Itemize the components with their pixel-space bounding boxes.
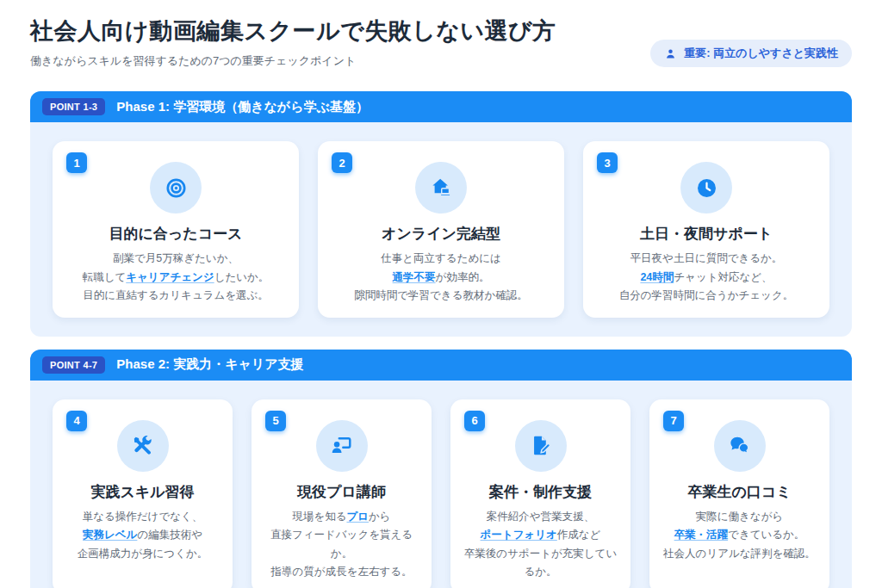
text-segment: 平日夜や土日に質問できるか。 [630,252,783,264]
text-segment: 現場を知る [292,511,346,523]
page-subtitle: 働きながらスキルを習得するための7つの重要チェックポイント [30,53,556,69]
point-range-badge: POINT 1-3 [42,98,105,115]
header-text-block: 社会人向け動画編集スクールで失敗しない選び方 働きながらスキルを習得するための7… [30,15,556,69]
text-segment: 自分の学習時間に合うかチェック。 [619,289,793,301]
text-segment: 実際に働きながら [696,511,783,523]
checkpoint-number-badge: 3 [597,152,618,173]
importance-badge: 重要: 両立のしやすさと実践性 [650,40,852,67]
checkpoint-description: 単なる操作だけでなく、実務レベルの編集技術や企画構成力が身につくか。 [61,508,224,564]
checkpoint-card: 3 土日・夜間サポート 平日夜や土日に質問できるか。24時間チャット対応など、自… [583,141,829,318]
inline-link[interactable]: 通学不要 [393,271,436,283]
checkpoint-title: オンライン完結型 [326,224,556,244]
inline-link[interactable]: プロ [346,511,369,523]
checkpoint-card: 1 目的に合ったコース 副業で月5万稼ぎたいか、転職してキャリアチェンジしたいか… [53,141,299,318]
phase-header-bar: POINT 1-3 Phase 1: 学習環境（働きながら学ぶ基盤） [30,91,852,122]
text-segment: 企画構成力が身につくか。 [78,548,208,560]
text-segment: 作成など [557,529,601,541]
checkpoint-title: 目的に合ったコース [61,224,290,244]
checkpoint-number-badge: 5 [265,411,286,431]
checkpoint-number-badge: 1 [66,152,87,173]
inline-link[interactable]: 実務レベル [83,529,137,541]
text-segment: 卒業後のサポートが充実しているか。 [464,548,617,579]
phase-sections-container: POINT 1-3 Phase 1: 学習環境（働きながら学ぶ基盤） 1 目的に… [30,91,852,588]
text-segment: チャット対応など、 [674,271,772,283]
person-icon [664,47,677,60]
checkpoint-description: 副業で月5万稼ぎたいか、転職してキャリアチェンジしたいか。目的に直結するカリキュ… [61,250,290,306]
page-title: 社会人向け動画編集スクールで失敗しない選び方 [30,15,556,46]
chat-icon [714,420,766,472]
text-segment: の編集技術や [137,529,202,541]
text-segment: 転職して [83,271,127,283]
text-segment: から [369,511,391,523]
instructor-icon [316,420,368,472]
checkpoint-title: 案件・制作支援 [459,482,622,502]
importance-badge-label: 重要: 両立のしやすさと実践性 [684,46,838,61]
home-laptop-icon [415,162,467,214]
checkpoint-card: 5 現役プロ講師 現場を知るプロから直接フィードバックを貰えるか。指導の質が成長… [252,399,432,588]
checkpoint-number-badge: 2 [332,152,352,173]
phase-section: POINT 1-3 Phase 1: 学習環境（働きながら学ぶ基盤） 1 目的に… [30,91,852,337]
text-segment: 指導の質が成長を左右する。 [271,566,413,578]
inline-link[interactable]: 24時間 [640,271,674,283]
checkpoint-title: 土日・夜間サポート [592,224,821,244]
inline-link[interactable]: ポートフォリオ [481,529,557,541]
checkpoint-description: 現場を知るプロから直接フィードバックを貰えるか。指導の質が成長を左右する。 [260,508,423,582]
checkpoint-card: 7 卒業生の口コミ 実際に働きながら卒業・活躍できているか。社会人のリアルな評判… [649,399,829,588]
text-segment: したいか。 [214,271,270,283]
checkpoint-description: 平日夜や土日に質問できるか。24時間チャット対応など、自分の学習時間に合うかチェ… [592,250,821,306]
text-segment: できているか。 [728,529,804,541]
phase-title: Phase 2: 実践力・キャリア支援 [116,356,303,373]
checkpoint-title: 実践スキル習得 [61,482,224,502]
page-header: 社会人向け動画編集スクールで失敗しない選び方 働きながらスキルを習得するための7… [30,15,852,69]
text-segment: 単なる操作だけでなく、 [83,511,203,523]
checkpoint-card: 2 オンライン完結型 仕事と両立するためには通学不要が効率的。隙間時間で学習でき… [318,141,564,318]
phase-header-bar: POINT 4-7 Phase 2: 実践力・キャリア支援 [30,350,852,381]
text-segment: が効率的。 [436,271,490,283]
inline-link[interactable]: キャリアチェンジ [126,271,214,283]
text-segment: 案件紹介や営業支援、 [487,511,594,523]
phase-section: POINT 4-7 Phase 2: 実践力・キャリア支援 4 実践スキル習得 … [30,350,852,588]
inline-link[interactable]: 卒業・活躍 [674,529,729,541]
checkpoint-description: 実際に働きながら卒業・活躍できているか。社会人のリアルな評判を確認。 [658,508,821,564]
clock-icon [680,162,732,214]
text-segment: 副業で月5万稼ぎたいか、 [113,252,239,264]
point-range-badge: POINT 4-7 [42,356,105,374]
checkpoint-card: 4 実践スキル習得 単なる操作だけでなく、実務レベルの編集技術や企画構成力が身に… [53,399,233,588]
infographic-page: 社会人向け動画編集スクールで失敗しない選び方 働きながらスキルを習得するための7… [0,0,882,588]
text-segment: 直接フィードバックを貰えるか。 [270,529,413,560]
file-pen-icon [515,420,567,472]
phase-cards: 4 実践スキル習得 単なる操作だけでなく、実務レベルの編集技術や企画構成力が身に… [30,381,852,588]
checkpoint-description: 仕事と両立するためには通学不要が効率的。隙間時間で学習できる教材か確認。 [326,250,556,306]
target-icon [150,162,202,214]
checkpoint-card: 6 案件・制作支援 案件紹介や営業支援、ポートフォリオ作成など卒業後のサポートが… [450,399,630,588]
checkpoint-number-badge: 7 [663,411,684,431]
text-segment: 隙間時間で学習できる教材か確認。 [354,289,527,301]
phase-cards: 1 目的に合ったコース 副業で月5万稼ぎたいか、転職してキャリアチェンジしたいか… [30,122,852,337]
text-segment: 社会人のリアルな評判を確認。 [663,548,816,560]
checkpoint-description: 案件紹介や営業支援、ポートフォリオ作成など卒業後のサポートが充実しているか。 [459,508,622,582]
text-segment: 仕事と両立するためには [381,252,501,264]
text-segment: 目的に直結するカリキュラムを選ぶ。 [83,289,269,301]
checkpoint-title: 卒業生の口コミ [658,482,821,502]
checkpoint-number-badge: 4 [66,411,87,431]
phase-title: Phase 1: 学習環境（働きながら学ぶ基盤） [116,99,369,115]
tools-icon [117,420,169,472]
checkpoint-title: 現役プロ講師 [260,482,423,502]
checkpoint-number-badge: 6 [464,411,485,431]
